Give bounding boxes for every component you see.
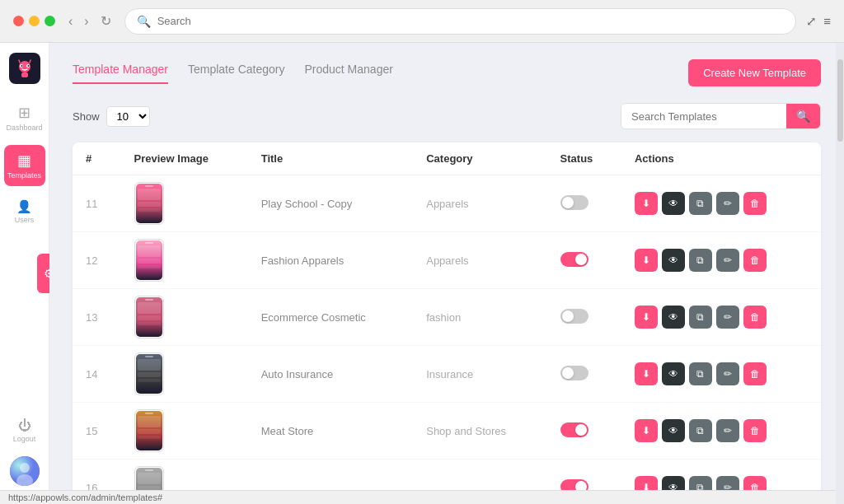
- forward-button[interactable]: ›: [81, 11, 91, 32]
- download-button[interactable]: ⬇: [635, 249, 658, 272]
- app-logo[interactable]: [9, 53, 40, 84]
- cell-preview: [121, 175, 248, 232]
- edit-button[interactable]: ✏: [716, 306, 739, 329]
- toggle-track[interactable]: [560, 309, 588, 324]
- cell-status[interactable]: [547, 403, 621, 460]
- menu-icon[interactable]: ≡: [823, 14, 831, 28]
- create-template-button[interactable]: Create New Template: [688, 59, 821, 86]
- download-button[interactable]: ⬇: [635, 419, 658, 442]
- status-toggle[interactable]: [560, 366, 588, 380]
- cell-status[interactable]: [547, 175, 621, 232]
- download-button[interactable]: ⬇: [635, 362, 658, 385]
- view-button[interactable]: 👁: [662, 419, 685, 442]
- cell-title: Meat Store: [248, 403, 414, 460]
- cell-number: 14: [73, 346, 121, 403]
- address-bar[interactable]: 🔍: [124, 8, 797, 35]
- reload-button[interactable]: ↻: [97, 10, 115, 32]
- delete-button[interactable]: 🗑: [743, 306, 767, 329]
- status-toggle[interactable]: [560, 422, 588, 437]
- app-container: ⊞ Dashboard ▦ Templates 👤 Users ⏻ Logout: [0, 43, 844, 504]
- action-buttons: ⬇ 👁 ⧉ ✏ 🗑: [635, 249, 808, 272]
- cell-category: Insurance: [413, 346, 546, 403]
- tab-template-manager[interactable]: Template Manager: [73, 63, 168, 84]
- cell-status[interactable]: [547, 289, 621, 346]
- cell-preview: [121, 289, 248, 346]
- copy-button[interactable]: ⧉: [689, 192, 712, 215]
- edit-button[interactable]: ✏: [716, 419, 739, 442]
- minimize-window-button[interactable]: [29, 16, 40, 26]
- sidebar-logout[interactable]: ⏻ Logout: [8, 413, 41, 448]
- scrollbar-track[interactable]: [836, 43, 844, 504]
- sidebar-label-templates: Templates: [7, 171, 41, 180]
- view-button[interactable]: 👁: [662, 362, 685, 385]
- cell-number: 12: [73, 232, 121, 289]
- sidebar-item-templates[interactable]: ▦ Templates: [4, 145, 45, 186]
- tab-template-category[interactable]: Template Category: [188, 63, 285, 84]
- user-avatar[interactable]: [10, 456, 40, 486]
- cell-category: Apparels: [413, 232, 546, 289]
- scrollbar-thumb[interactable]: [837, 59, 843, 142]
- svg-point-4: [27, 65, 29, 67]
- delete-button[interactable]: 🗑: [743, 249, 767, 272]
- view-button[interactable]: 👁: [662, 249, 685, 272]
- delete-button[interactable]: 🗑: [743, 419, 767, 442]
- download-button[interactable]: ⬇: [635, 306, 658, 329]
- toggle-thumb: [562, 310, 574, 322]
- cell-number: 11: [73, 175, 121, 232]
- toggle-track[interactable]: [560, 422, 588, 437]
- edit-button[interactable]: ✏: [716, 362, 739, 385]
- cell-actions: ⬇ 👁 ⧉ ✏ 🗑: [621, 346, 821, 403]
- toggle-track[interactable]: [560, 252, 588, 267]
- cell-status[interactable]: [547, 232, 621, 289]
- cell-actions: ⬇ 👁 ⧉ ✏ 🗑: [621, 289, 821, 346]
- tabs-row: Template Manager Template Category Produ…: [73, 59, 821, 86]
- copy-button[interactable]: ⧉: [689, 249, 712, 272]
- fullscreen-window-button[interactable]: [45, 16, 55, 26]
- delete-button[interactable]: 🗑: [743, 192, 767, 215]
- action-buttons: ⬇ 👁 ⧉ ✏ 🗑: [635, 362, 808, 385]
- browser-actions: ⤢ ≡: [806, 14, 831, 29]
- toggle-thumb: [575, 424, 587, 436]
- toggle-thumb: [562, 367, 574, 379]
- back-button[interactable]: ‹: [65, 11, 76, 32]
- tab-product-manager[interactable]: Product Manager: [304, 63, 392, 84]
- view-button[interactable]: 👁: [662, 192, 685, 215]
- copy-button[interactable]: ⧉: [689, 419, 712, 442]
- action-buttons: ⬇ 👁 ⧉ ✏ 🗑: [635, 192, 808, 215]
- edit-button[interactable]: ✏: [716, 249, 739, 272]
- search-input[interactable]: [621, 105, 786, 128]
- cell-actions: ⬇ 👁 ⧉ ✏ 🗑: [621, 175, 821, 232]
- fullscreen-icon[interactable]: ⤢: [806, 14, 817, 29]
- close-window-button[interactable]: [13, 16, 24, 26]
- copy-button[interactable]: ⧉: [689, 362, 712, 385]
- browser-nav-buttons: ‹ › ↻: [65, 10, 115, 32]
- cell-category: Apparels: [413, 175, 546, 232]
- download-button[interactable]: ⬇: [635, 192, 658, 215]
- controls-row: Show 10 25 50 🔍: [73, 103, 821, 129]
- traffic-lights: [13, 16, 55, 26]
- show-select[interactable]: 10 25 50: [106, 106, 150, 127]
- templates-table: # Preview Image Title Category Status Ac…: [73, 142, 821, 504]
- cell-title: Play School - Copy: [248, 175, 414, 232]
- edit-button[interactable]: ✏: [716, 192, 739, 215]
- sidebar-item-users[interactable]: 👤 Users: [4, 193, 45, 231]
- status-toggle[interactable]: [560, 195, 588, 210]
- power-icon: ⏻: [18, 418, 31, 433]
- status-toggle[interactable]: [560, 252, 588, 267]
- delete-button[interactable]: 🗑: [743, 362, 767, 385]
- toggle-thumb: [562, 197, 574, 208]
- cell-status[interactable]: [547, 346, 621, 403]
- status-toggle[interactable]: [560, 309, 588, 324]
- sidebar-item-dashboard[interactable]: ⊞ Dashboard: [4, 97, 45, 138]
- toggle-track[interactable]: [560, 195, 588, 210]
- cell-number: 13: [73, 289, 121, 346]
- address-input[interactable]: [157, 15, 785, 27]
- copy-button[interactable]: ⧉: [689, 306, 712, 329]
- search-button[interactable]: 🔍: [786, 104, 820, 128]
- cell-preview: [121, 403, 248, 460]
- table-row: 13 Ecommerce Cosmetic fashion: [73, 289, 821, 346]
- search-icon: 🔍: [137, 15, 151, 28]
- toggle-track[interactable]: [560, 366, 588, 380]
- action-buttons: ⬇ 👁 ⧉ ✏ 🗑: [635, 419, 808, 442]
- view-button[interactable]: 👁: [662, 306, 685, 329]
